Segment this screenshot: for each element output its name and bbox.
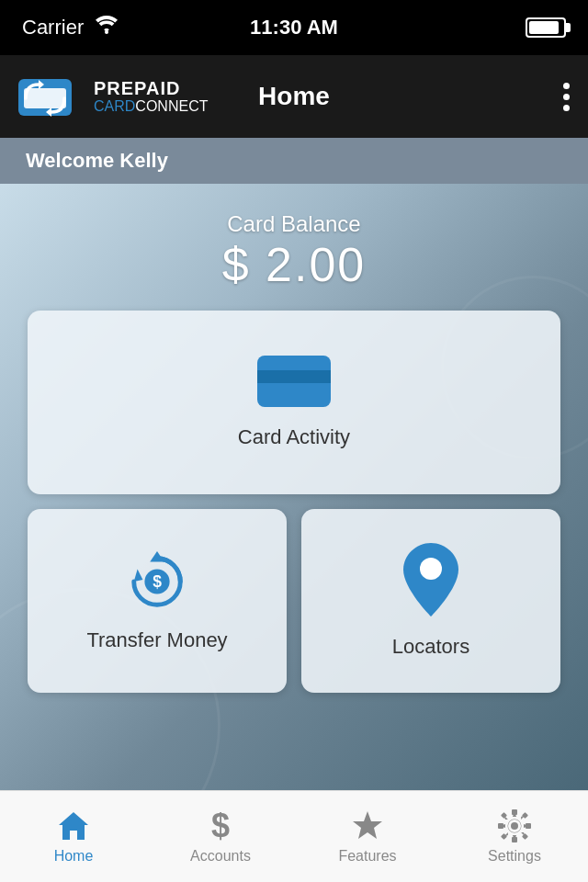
balance-section: Card Balance $ 2.00	[0, 184, 588, 292]
status-right	[526, 17, 566, 38]
card-activity-panel[interactable]: Card Activity	[28, 311, 560, 494]
features-svg	[351, 809, 384, 842]
nav-bar: PREPAID CARDCONNECT Home	[0, 55, 588, 138]
welcome-text: Welcome Kelly	[26, 149, 168, 173]
welcome-bar: Welcome Kelly	[0, 138, 588, 184]
carrier-label: Carrier	[22, 16, 84, 40]
action-cards: Card Activity $	[0, 311, 588, 693]
logo-card: CARD	[94, 98, 135, 114]
wifi-icon	[95, 16, 119, 40]
tab-accounts-label: Accounts	[190, 848, 251, 865]
transfer-money-panel[interactable]: $ Transfer Money	[28, 509, 287, 693]
svg-text:$: $	[211, 809, 230, 842]
transfer-money-icon: $	[125, 549, 189, 614]
svg-rect-6	[257, 370, 331, 383]
status-bar: Carrier 11:30 AM	[0, 0, 588, 55]
status-left: Carrier	[22, 16, 119, 40]
bottom-cards: $ Transfer Money Locators	[28, 509, 560, 693]
features-icon	[351, 809, 384, 842]
credit-card-svg	[257, 356, 331, 407]
svg-rect-20	[522, 811, 528, 818]
transfer-svg: $	[125, 548, 189, 615]
transfer-money-label: Transfer Money	[86, 628, 227, 652]
card-activity-label: Card Activity	[238, 425, 350, 449]
tab-settings-label: Settings	[488, 848, 541, 865]
tab-features[interactable]: Features	[294, 809, 441, 865]
logo-prepaid: PREPAID	[94, 78, 208, 98]
svg-point-24	[511, 822, 518, 830]
dot1	[563, 83, 570, 89]
logo-area: PREPAID CARDCONNECT	[18, 72, 208, 122]
dot3	[563, 105, 570, 111]
settings-svg	[498, 809, 531, 842]
logo-connect: CONNECT	[135, 98, 208, 114]
svg-rect-15	[512, 809, 517, 815]
locator-svg	[403, 543, 458, 616]
balance-label: Card Balance	[0, 211, 588, 237]
locators-icon	[403, 543, 458, 620]
home-icon	[57, 809, 90, 842]
tab-home[interactable]: Home	[0, 809, 147, 865]
logo-icon	[18, 72, 83, 122]
svg-rect-16	[512, 837, 517, 842]
battery-icon	[526, 17, 566, 38]
svg-rect-18	[526, 823, 531, 829]
svg-marker-8	[134, 569, 143, 582]
tab-settings[interactable]: Settings	[441, 809, 588, 865]
locators-label: Locators	[392, 635, 469, 659]
nav-title: Home	[258, 82, 330, 111]
svg-marker-7	[150, 551, 164, 562]
status-time: 11:30 AM	[250, 16, 338, 40]
svg-point-0	[105, 30, 108, 34]
main-content: Card Balance $ 2.00 Card Activity	[0, 184, 588, 790]
balance-amount: $ 2.00	[0, 237, 588, 292]
tab-accounts[interactable]: $ Accounts	[147, 809, 294, 865]
svg-rect-17	[498, 823, 503, 829]
svg-marker-13	[353, 811, 382, 839]
logo-cardconnect: CARDCONNECT	[94, 98, 208, 115]
tab-features-label: Features	[338, 848, 396, 865]
settings-icon	[498, 809, 531, 842]
card-activity-icon	[257, 356, 331, 411]
accounts-icon: $	[204, 809, 237, 842]
tab-home-label: Home	[54, 848, 94, 865]
home-svg	[57, 810, 90, 842]
tab-bar: Home $ Accounts Features	[0, 790, 588, 882]
logo-text: PREPAID CARDCONNECT	[94, 78, 208, 115]
accounts-svg: $	[206, 809, 235, 842]
more-menu-button[interactable]	[563, 83, 570, 111]
dot2	[563, 94, 570, 100]
svg-text:$: $	[153, 572, 162, 591]
locators-panel[interactable]: Locators	[301, 509, 560, 693]
svg-point-11	[420, 558, 442, 580]
battery-fill	[529, 21, 559, 34]
